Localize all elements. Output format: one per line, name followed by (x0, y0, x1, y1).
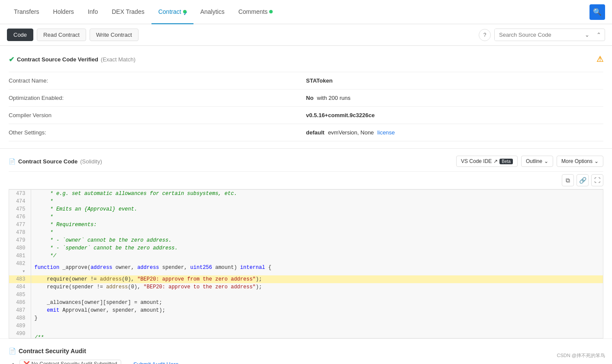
table-row: 485 (9, 291, 603, 299)
code-table: 473 * e.g. set automatic allowances for … (9, 190, 603, 338)
contract-info-grid: Contract Name: STAToken Optimization Ena… (9, 72, 603, 141)
verified-row: ✔ Contract Source Code Verified (Exact M… (9, 54, 603, 64)
table-row: 479 * - `owner` cannot be the zero addre… (9, 236, 603, 244)
table-row: 486 _allowances[owner][spender] = amount… (9, 299, 603, 307)
contract-verified-dot: ✓ (183, 10, 187, 13)
contract-name-label: Contract Name: (9, 72, 306, 89)
nav-search-button[interactable]: 🔍 (589, 4, 605, 20)
license-link[interactable]: license (377, 129, 395, 136)
table-row: 489 (9, 322, 603, 330)
table-row: 488 } (9, 314, 603, 322)
no-audit-badge: ❌ No Contract Security Audit Submitted (19, 360, 121, 364)
outline-button[interactable]: Outline ⌄ (521, 156, 553, 167)
beta-badge: Beta (499, 159, 513, 164)
audit-title: 📄 Contract Security Audit (9, 348, 603, 354)
contract-info: ✔ Contract Source Code Verified (Exact M… (0, 46, 612, 149)
tab-contract[interactable]: Contract ✓ (151, 0, 193, 24)
file-icon-2: 📄 (9, 348, 16, 354)
search-chevron-up[interactable]: ⌃ (593, 29, 605, 41)
table-row: 480 * - `spender` cannot be the zero add… (9, 244, 603, 252)
code-editor[interactable]: 473 * e.g. set automatic allowances for … (9, 189, 603, 338)
compiler-label: Compiler Version (9, 107, 306, 124)
search-source-input[interactable] (495, 29, 581, 41)
tab-info[interactable]: Info (81, 0, 105, 24)
other-settings-label: Other Settings: (9, 124, 306, 141)
external-link-icon: ↗ (493, 158, 498, 164)
tab-comments[interactable]: Comments (232, 0, 280, 24)
verified-check-icon: ✔ (9, 55, 14, 64)
verified-text: Contract Source Code Verified (17, 56, 98, 63)
sub-navigation: Code Read Contract Write Contract ? ⌄ ⌃ (0, 24, 612, 46)
outline-chevron-icon: ⌄ (544, 158, 548, 164)
bullet-icon: • (12, 361, 14, 364)
search-chevron-down[interactable]: ⌄ (581, 29, 593, 41)
fullscreen-button[interactable]: ⛶ (591, 174, 603, 186)
table-row: 490 ▾ /** (9, 330, 603, 338)
security-audit-section: 📄 Contract Security Audit • ❌ No Contrac… (0, 339, 612, 364)
tab-transfers[interactable]: Transfers (7, 0, 46, 24)
compiler-value: v0.5.16+commit.9c3226ce (306, 107, 603, 124)
tab-analytics[interactable]: Analytics (193, 0, 232, 24)
top-navigation: Transfers Holders Info DEX Trades Contra… (0, 0, 612, 24)
link-button[interactable]: 🔗 (577, 174, 589, 186)
optimization-label: Optimization Enabled: (9, 89, 306, 107)
search-source-box: ⌄ ⌃ (494, 29, 605, 41)
write-contract-button[interactable]: Write Contract (90, 29, 139, 41)
comments-dot (269, 10, 273, 13)
help-button[interactable]: ? (479, 29, 491, 41)
more-options-button[interactable]: More Options ⌄ (557, 156, 603, 167)
x-icon: ❌ (23, 361, 30, 364)
table-row: 487 emit Approval(owner, spender, amount… (9, 307, 603, 314)
source-actions: VS Code IDE ↗ Beta Outline ⌄ More Option… (456, 156, 603, 167)
code-toolbar: ⧉ 🔗 ⛶ (9, 172, 603, 189)
optimization-value: No with 200 runs (306, 89, 603, 107)
list-item: • ❌ No Contract Security Audit Submitted… (12, 360, 603, 364)
table-row: 473 * e.g. set automatic allowances for … (9, 190, 603, 198)
watermark: CSDN @摔不死的笨鸟 (554, 351, 608, 360)
exact-match-text: (Exact Match) (101, 56, 135, 63)
source-title: 📄 Contract Source Code (Solidity) (9, 158, 102, 165)
more-chevron-icon: ⌄ (594, 158, 599, 164)
submit-audit-link[interactable]: Submit Audit Here (133, 361, 179, 364)
contract-name-value: STAToken (306, 72, 603, 89)
table-row: 482 ▾ function _approve(address owner, a… (9, 260, 603, 275)
table-row: 477 * Requirements: (9, 221, 603, 229)
table-row: 476 * (9, 213, 603, 221)
audit-list: • ❌ No Contract Security Audit Submitted… (9, 360, 603, 364)
table-row: 474 * (9, 198, 603, 205)
warning-icon: ⚠ (596, 54, 603, 64)
tab-dex-trades[interactable]: DEX Trades (105, 0, 151, 24)
read-contract-button[interactable]: Read Contract (37, 29, 86, 41)
code-button[interactable]: Code (7, 29, 33, 41)
file-icon: 📄 (9, 158, 16, 165)
copy-button[interactable]: ⧉ (562, 174, 574, 186)
tab-holders[interactable]: Holders (46, 0, 81, 24)
vscode-button[interactable]: VS Code IDE ↗ Beta (456, 156, 518, 167)
table-row: 478 * (9, 229, 603, 236)
table-row: 481 */ (9, 252, 603, 260)
table-row: 483 require(owner != address(0), "BEP20:… (9, 275, 603, 283)
table-row: 484 require(spender != address(0), "BEP2… (9, 283, 603, 291)
table-row: 475 * Emits an {Approval} event. (9, 205, 603, 213)
source-code-header: 📄 Contract Source Code (Solidity) VS Cod… (9, 149, 603, 172)
sub-nav-right: ? ⌄ ⌃ (479, 29, 605, 41)
other-settings-value: default evmVersion, None license (306, 124, 603, 141)
